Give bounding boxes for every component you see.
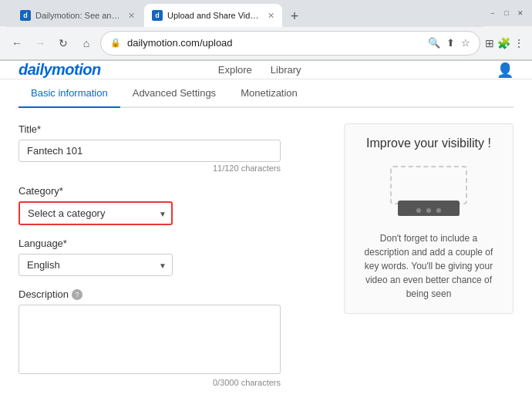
search-icon[interactable]: 🔍 (428, 37, 440, 49)
title-char-count: 11/120 characters (19, 163, 281, 173)
language-field-group: Language* English French Spanish ▼ (19, 238, 325, 276)
description-input[interactable] (19, 305, 281, 374)
cassette-dot-1 (416, 208, 421, 213)
language-select[interactable]: English French Spanish (19, 254, 173, 276)
title-input[interactable] (19, 140, 281, 162)
main-nav: Explore Library (218, 64, 301, 76)
new-tab-button[interactable]: + (284, 5, 305, 27)
reload-button[interactable]: ↻ (54, 34, 72, 52)
cassette-dot-2 (426, 208, 431, 213)
toolbar-icons: ⊞ 🧩 ⋮ (485, 37, 524, 49)
tab-1-label: Dailymotion: See and share... (35, 11, 120, 20)
description-field-group: Description ? 0/3000 characters (19, 288, 325, 387)
home-button[interactable]: ⌂ (77, 34, 96, 52)
cassette-dot-3 (436, 208, 441, 213)
description-char-count: 0/3000 characters (19, 378, 281, 387)
improve-panel: Improve your visibility ! Don't for (344, 123, 513, 314)
description-label: Description ? (19, 288, 325, 300)
cassette-dots (398, 208, 460, 213)
tab-2[interactable]: d Upload and Share Videos | D... ✕ (144, 4, 282, 27)
share-icon[interactable]: ⬆ (446, 37, 455, 49)
tab-advanced-settings[interactable]: Advanced Settings (120, 79, 228, 108)
tab-2-close[interactable]: ✕ (268, 11, 274, 21)
url-action-icons: 🔍 ⬆ ☆ (428, 37, 470, 49)
title-label: Title* (19, 123, 325, 135)
category-field-group: Category* Select a category ▼ (19, 185, 325, 225)
window-controls: − □ ✕ (487, 8, 526, 19)
category-label: Category* (19, 185, 325, 197)
category-select[interactable]: Select a category (19, 201, 173, 225)
security-icon: 🔒 (110, 38, 121, 48)
cassette-outline (390, 166, 467, 204)
form-main: Title* 11/120 characters Category* Selec… (19, 123, 513, 391)
nav-explore[interactable]: Explore (218, 64, 252, 76)
improve-description: Don't forget to include a description an… (357, 231, 500, 301)
user-icon[interactable]: 👤 (497, 62, 513, 79)
improve-title: Improve your visibility ! (357, 137, 500, 150)
language-label: Language* (19, 238, 325, 249)
minimize-button[interactable]: − (487, 8, 498, 19)
title-field-group: Title* 11/120 characters (19, 123, 325, 173)
tab-1-icon: d (20, 10, 31, 21)
form-tabs: Basic information Advanced Settings Mone… (19, 79, 513, 108)
puzzle-icon[interactable]: 🧩 (497, 37, 510, 49)
url-bar[interactable]: 🔒 dailymotion.com/upload 🔍 ⬆ ☆ (100, 31, 480, 56)
tab-1-close[interactable]: ✕ (128, 11, 135, 21)
page-content: dailymotion Explore Library 👤 Basic info… (0, 61, 532, 391)
extensions-icon[interactable]: ⊞ (485, 37, 494, 49)
bookmark-icon[interactable]: ☆ (461, 37, 470, 49)
url-text: dailymotion.com/upload (127, 37, 422, 49)
description-help-icon[interactable]: ? (72, 289, 82, 300)
tab-2-icon: d (152, 10, 163, 21)
title-bar: d Dailymotion: See and share... ✕ d Uplo… (0, 0, 532, 26)
forward-button[interactable]: → (31, 34, 49, 52)
category-select-wrapper: Select a category ▼ (19, 201, 173, 225)
close-button[interactable]: ✕ (515, 8, 526, 19)
back-button[interactable]: ← (8, 34, 26, 52)
tab-basic-info[interactable]: Basic information (19, 79, 120, 108)
dailymotion-logo[interactable]: dailymotion (19, 61, 101, 79)
tab-1[interactable]: d Dailymotion: See and share... ✕ (12, 4, 143, 27)
cassette-base (398, 201, 460, 216)
form-right: Improve your visibility ! Don't for (344, 123, 513, 391)
form-left: Title* 11/120 characters Category* Selec… (19, 123, 325, 391)
maximize-button[interactable]: □ (501, 8, 512, 19)
nav-library[interactable]: Library (271, 64, 301, 76)
address-bar: ← → ↻ ⌂ 🔒 dailymotion.com/upload 🔍 ⬆ ☆ ⊞… (0, 26, 532, 60)
menu-icon[interactable]: ⋮ (513, 37, 524, 49)
language-select-wrapper: English French Spanish ▼ (19, 254, 173, 276)
site-header: dailymotion Explore Library 👤 (0, 61, 532, 79)
upload-area: Basic information Advanced Settings Mone… (0, 79, 532, 391)
tab-2-label: Upload and Share Videos | D... (167, 11, 260, 20)
tab-bar: d Dailymotion: See and share... ✕ d Uplo… (6, 0, 484, 27)
video-graphic (390, 166, 467, 216)
tab-monetization[interactable]: Monetization (228, 79, 310, 108)
